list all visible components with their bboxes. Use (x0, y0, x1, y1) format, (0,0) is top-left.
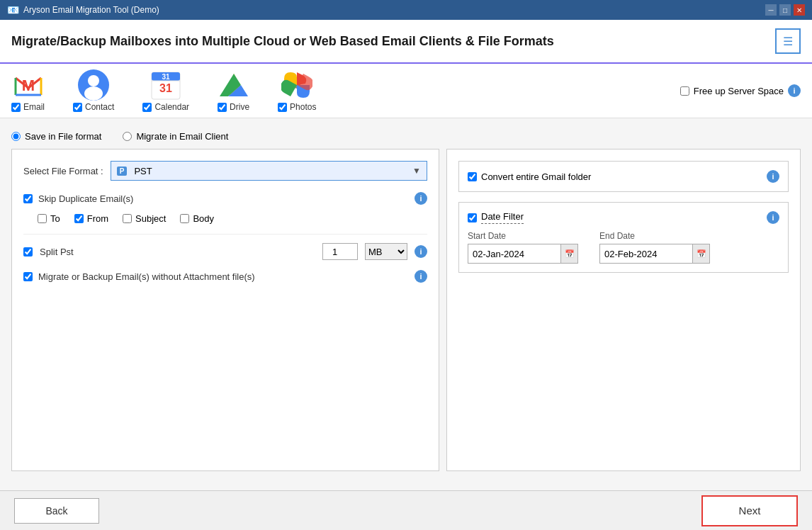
start-date-label: Start Date (468, 231, 578, 241)
from-check-label[interactable]: From (74, 213, 108, 224)
tab-photos[interactable]: Photos (278, 69, 316, 112)
app-icon: 📧 (7, 4, 19, 16)
end-date-label: End Date (599, 231, 710, 241)
tab-photos-label: Photos (278, 102, 316, 112)
menu-button[interactable]: ☰ (775, 28, 801, 54)
migrate-email-radio[interactable] (123, 132, 132, 141)
format-value: PST (134, 166, 152, 176)
bottom-bar: Back Next (0, 490, 812, 530)
convert-gmail-section: Convert entire Gmail folder i (458, 161, 789, 192)
convert-gmail-info-icon[interactable]: i (767, 170, 779, 183)
split-unit-select[interactable]: MB GB (365, 243, 407, 260)
date-filter-label: Date Filter (481, 211, 524, 224)
server-space-checkbox[interactable] (680, 86, 689, 96)
svg-point-4 (84, 86, 103, 101)
svg-text:M: M (21, 77, 34, 94)
server-space-label[interactable]: Free up Server Space (694, 86, 784, 96)
maximize-button[interactable]: □ (779, 4, 791, 16)
title-bar: 📧 Aryson Email Migration Tool (Demo) ─ □… (0, 0, 812, 20)
date-filter-checkbox[interactable] (468, 213, 477, 222)
title-bar-left: 📧 Aryson Email Migration Tool (Demo) (7, 4, 159, 16)
pst-badge: P (117, 167, 128, 176)
start-date-input-wrap: 📅 (468, 244, 578, 264)
convert-gmail-checkbox[interactable] (468, 172, 477, 181)
photos-icon (281, 69, 312, 101)
calendar-icon: 31 31 (150, 69, 181, 101)
format-row: Select File Format : P PST ▼ (23, 161, 427, 181)
tab-drive-label: Drive (218, 102, 249, 112)
drive-checkbox[interactable] (218, 103, 227, 112)
convert-gmail-label[interactable]: Convert entire Gmail folder (468, 171, 591, 182)
subject-check-label[interactable]: Subject (123, 213, 166, 224)
skip-duplicate-checkbox[interactable] (23, 194, 33, 203)
start-date-input[interactable] (468, 244, 560, 263)
title-bar-text: Aryson Email Migration Tool (Demo) (23, 5, 159, 15)
gmail-icon: M (13, 69, 44, 101)
date-filter-info-icon[interactable]: i (767, 211, 779, 224)
date-filter-section: Date Filter i Start Date 📅 End Date (458, 202, 789, 273)
migrate-attachment-row: Migrate or Backup Email(s) without Attac… (23, 270, 427, 283)
end-date-picker-button[interactable]: 📅 (692, 244, 709, 263)
back-button[interactable]: Back (14, 498, 99, 524)
server-space-info-icon[interactable]: i (788, 84, 801, 97)
format-select-inner: P PST (117, 166, 152, 176)
page-title: Migrate/Backup Mailboxes into Multiple C… (11, 34, 554, 49)
server-space-section: Free up Server Space i (680, 84, 801, 97)
migrate-email-option[interactable]: Migrate in Email Client (123, 131, 228, 142)
dropdown-chevron-icon: ▼ (412, 166, 421, 176)
start-date-col: Start Date 📅 (468, 231, 578, 264)
subject-checkbox[interactable] (123, 214, 132, 223)
right-panel: Convert entire Gmail folder i Date Filte… (446, 149, 801, 471)
minimize-button[interactable]: ─ (765, 4, 777, 16)
tab-bar: M Email Contact 31 (0, 64, 812, 118)
date-filter-label-wrap[interactable]: Date Filter (468, 211, 524, 224)
tab-email-label: Email (11, 102, 45, 112)
tab-calendar[interactable]: 31 31 Calendar (142, 69, 189, 112)
end-date-input-wrap: 📅 (599, 244, 710, 264)
tab-calendar-label: Calendar (142, 102, 189, 112)
calendar-checkbox[interactable] (142, 103, 152, 112)
migrate-attachment-checkbox[interactable] (23, 272, 33, 281)
tab-contact[interactable]: Contact (73, 69, 114, 112)
migrate-attachment-label: Migrate or Backup Email(s) without Attac… (38, 271, 255, 282)
split-pst-info-icon[interactable]: i (415, 245, 427, 258)
body-checkbox[interactable] (180, 214, 189, 223)
date-row: Start Date 📅 End Date 📅 (468, 231, 779, 264)
svg-text:31: 31 (162, 73, 171, 81)
end-date-input[interactable] (600, 244, 692, 263)
two-column-layout: Select File Format : P PST ▼ Skip Duplic… (11, 149, 801, 471)
left-panel: Select File Format : P PST ▼ Skip Duplic… (11, 149, 439, 471)
divider-1 (23, 234, 427, 235)
skip-duplicate-row: Skip Duplicate Email(s) i (23, 192, 427, 205)
body-check-label[interactable]: Body (180, 213, 214, 224)
email-checkbox[interactable] (11, 103, 21, 112)
format-select[interactable]: P PST ▼ (111, 161, 427, 181)
duplicate-sub-checks: To From Subject Body (38, 213, 427, 224)
split-pst-value[interactable] (322, 243, 358, 260)
save-file-radio[interactable] (11, 132, 21, 141)
svg-point-3 (88, 75, 99, 86)
split-pst-checkbox[interactable] (23, 247, 33, 256)
next-button[interactable]: Next (701, 495, 798, 526)
tab-drive[interactable]: Drive (218, 69, 249, 112)
contact-checkbox[interactable] (73, 103, 82, 112)
to-checkbox[interactable] (38, 214, 47, 223)
format-label: Select File Format : (23, 166, 103, 176)
drive-icon (218, 69, 249, 101)
close-button[interactable]: ✕ (794, 4, 805, 16)
split-pst-row: Split Pst MB GB i (23, 243, 427, 260)
tab-contact-label: Contact (73, 102, 114, 112)
save-file-option[interactable]: Save in File format (11, 131, 101, 142)
tab-email[interactable]: M Email (11, 69, 45, 112)
to-check-label[interactable]: To (38, 213, 60, 224)
from-checkbox[interactable] (74, 214, 84, 223)
start-date-picker-button[interactable]: 📅 (560, 244, 577, 263)
photos-checkbox[interactable] (278, 103, 287, 112)
content-area: Save in File format Migrate in Email Cli… (0, 118, 812, 490)
main-header: Migrate/Backup Mailboxes into Multiple C… (0, 20, 812, 64)
radio-row: Save in File format Migrate in Email Cli… (11, 125, 801, 149)
contact-icon (78, 69, 109, 101)
migrate-attachment-info-icon[interactable]: i (415, 270, 427, 283)
skip-duplicate-info-icon[interactable]: i (415, 192, 427, 205)
split-pst-label: Split Pst (40, 247, 74, 257)
